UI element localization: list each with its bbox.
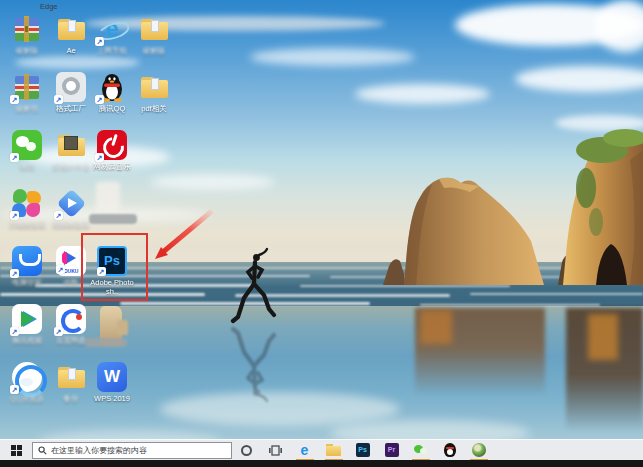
icon-label: 破解版: [4, 46, 50, 55]
qq-penguin-icon: ↗: [97, 72, 127, 102]
rock-reflection-highlight: [420, 310, 452, 344]
desktop-icon-netease-music[interactable]: ↗ 网易云音乐: [89, 130, 135, 186]
shortcut-arrow-badge: ↗: [10, 211, 19, 220]
highlight-box: [81, 233, 148, 301]
folder-icon: [56, 130, 86, 160]
icon-label: 格式工厂: [48, 104, 94, 113]
desktop-icon-qq-browser[interactable]: ↗ QQ浏览器: [4, 362, 50, 418]
surf-foam: [300, 285, 510, 287]
file-explorer-icon: [326, 444, 341, 456]
desktop-icon-pc-manager[interactable]: ↗ 电脑管家: [4, 246, 50, 302]
desktop-icon-tencent-video[interactable]: ↗ 腾讯视频: [4, 304, 50, 360]
cortana-icon: [241, 445, 252, 456]
folder-icon: [56, 14, 86, 44]
shortcut-arrow-badge: ↗: [10, 153, 19, 162]
taskbar-edge-button[interactable]: e: [290, 440, 319, 461]
desktop-icon-internet-explorer[interactable]: e ↗ 上网导航: [89, 14, 135, 70]
shortcut-arrow-badge: ↗: [95, 153, 104, 162]
cloud: [555, 115, 643, 131]
icon-label: 影视小作业: [48, 162, 94, 171]
task-view-icon: [269, 445, 282, 456]
cortana-button[interactable]: [232, 440, 261, 461]
desktop-icon-folder-ae[interactable]: Ae: [48, 14, 94, 70]
taskbar-premiere-button[interactable]: Pr: [377, 440, 406, 461]
taskbar-photoshop-button[interactable]: Ps: [348, 440, 377, 461]
icon-label: 腾讯QQ: [89, 104, 135, 113]
desktop-icon-qq[interactable]: ↗ 腾讯QQ: [89, 72, 135, 128]
green-app-icon: [472, 443, 486, 457]
format-factory-icon: ↗: [56, 72, 86, 102]
desktop-icon-winrar-shortcut[interactable]: ↗ 破解包: [4, 72, 50, 128]
start-button[interactable]: [0, 440, 32, 461]
shortcut-arrow-badge: ↗: [10, 327, 19, 336]
icon-label: 破解版: [131, 46, 177, 55]
rock-reflection-highlight: [588, 314, 618, 360]
desktop-icon-format-factory[interactable]: ↗ 格式工厂: [48, 72, 94, 128]
diamond-play-icon: ↗: [56, 188, 86, 218]
search-placeholder: 在这里输入你要搜索的内容: [51, 445, 147, 456]
surf-foam: [420, 304, 600, 306]
shortcut-arrow-badge: ↗: [95, 95, 104, 104]
shortcut-arrow-badge: ↗: [54, 327, 63, 336]
taskbar-qq-button[interactable]: [435, 440, 464, 461]
folder-icon: [56, 362, 86, 392]
search-icon: [38, 446, 47, 455]
windows-desktop: Edge 破解版 Ae e ↗ 上网导航: [0, 0, 643, 467]
taskbar-green-app-button[interactable]: [464, 440, 493, 461]
desktop-icon-folder-pdf[interactable]: pdf相关: [131, 72, 177, 128]
icon-label: 百度网盘: [48, 336, 94, 345]
four-color-clover-icon: ↗: [12, 188, 42, 218]
icon-label: 万能播放器: [4, 220, 50, 229]
cloud: [355, 84, 490, 104]
winrar-icon: ↗: [12, 72, 42, 102]
taskbar-file-explorer-button[interactable]: [319, 440, 348, 461]
desktop-icon-wps[interactable]: W WPS 2019: [89, 362, 135, 418]
qq-icon: [444, 443, 456, 457]
cloud: [250, 48, 415, 66]
qq-browser-icon: ↗: [12, 362, 42, 392]
desktop-icon-baidu-netdisk[interactable]: ↗ 百度网盘: [48, 304, 94, 360]
taskbar-search-input[interactable]: 在这里输入你要搜索的内容: [32, 442, 232, 459]
icon-label: 视频播放器: [48, 220, 94, 229]
desktop-icon-wechat[interactable]: ↗ 微信: [4, 130, 50, 186]
desktop-icon-grid: 破解版 Ae e ↗ 上网导航 破解版 ↗: [4, 0, 204, 440]
desktop-icon-folder-backup[interactable]: 备份: [48, 362, 94, 418]
shortcut-arrow-badge: ↗: [56, 265, 65, 274]
icon-label: 破解包: [4, 104, 50, 113]
premiere-icon: Pr: [385, 443, 399, 457]
photoshop-icon: Ps: [356, 443, 370, 457]
desktop-icon-folder-media[interactable]: 影视小作业: [48, 130, 94, 186]
desktop-icon-clover-player[interactable]: ↗ 万能播放器: [4, 188, 50, 244]
internet-explorer-icon: e ↗: [97, 14, 127, 44]
baidu-netdisk-icon: ↗: [56, 304, 86, 334]
shortcut-arrow-badge: ↗: [10, 95, 19, 104]
desktop-icon-winrar-archive[interactable]: 破解版: [4, 14, 50, 70]
shortcut-arrow-badge: ↗: [54, 211, 63, 220]
wechat-icon: [414, 444, 428, 456]
folder-icon: [139, 14, 169, 44]
shortcut-arrow-badge: ↗: [95, 37, 104, 46]
bottom-black-strip: [0, 460, 643, 467]
icon-label: 微信: [4, 162, 50, 171]
icon-label: WPS 2019: [89, 394, 135, 403]
shortcut-arrow-badge: ↗: [10, 385, 19, 394]
icon-label: 电脑管家: [4, 278, 50, 287]
folder-icon: [139, 72, 169, 102]
icon-label: 备份: [48, 394, 94, 403]
taskbar: 在这里输入你要搜索的内容 e Ps Pr: [0, 439, 643, 460]
netease-cloud-music-icon: ↗: [97, 130, 127, 160]
surf-foam: [330, 276, 643, 278]
windows-logo-icon: [11, 445, 22, 456]
icon-label: pdf相关: [131, 104, 177, 113]
surf-foam: [235, 294, 450, 297]
desktop-icon-folder[interactable]: 破解版: [131, 14, 177, 70]
taskbar-wechat-button[interactable]: [406, 440, 435, 461]
surf-foam: [470, 293, 643, 295]
icon-label: QQ浏览器: [4, 394, 50, 403]
shortcut-arrow-badge: ↗: [10, 269, 19, 278]
task-view-button[interactable]: [261, 440, 290, 461]
shortcut-arrow-badge: ↗: [54, 95, 63, 104]
icon-label: 腾讯视频: [4, 336, 50, 345]
icon-label: 上网导航: [89, 46, 135, 55]
winrar-icon: [12, 14, 42, 44]
